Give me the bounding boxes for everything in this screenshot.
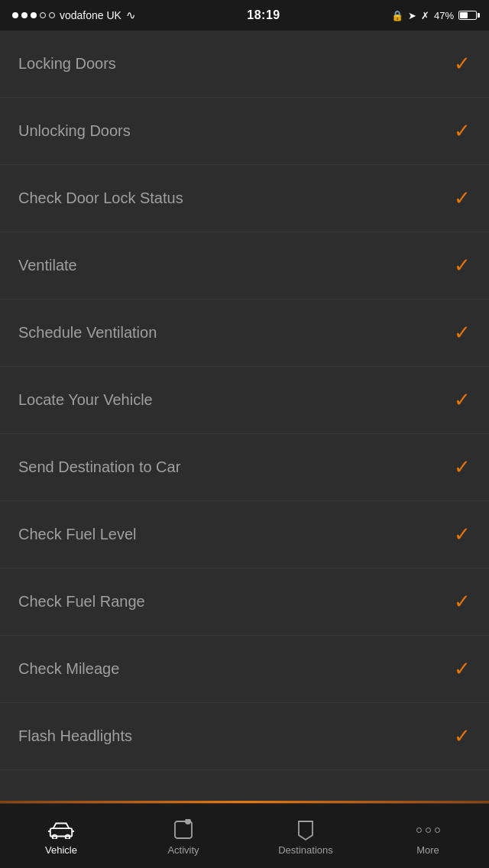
feature-list: Locking Doors✓Unlocking Doors✓Check Door… (0, 31, 489, 770)
feature-check-check-mileage: ✓ (454, 657, 471, 681)
feature-label-flash-headlights: Flash Headlights (18, 727, 132, 745)
feature-item-schedule-ventilation[interactable]: Schedule Ventilation✓ (0, 300, 489, 367)
activity-icon (170, 818, 197, 841)
signal-dot-2 (21, 12, 28, 18)
tab-destinations-label: Destinations (278, 844, 333, 856)
tab-destinations[interactable]: Destinations (244, 804, 367, 868)
feature-check-send-destination: ✓ (454, 455, 471, 479)
tab-vehicle-label: Vehicle (45, 844, 77, 856)
feature-label-check-fuel-level: Check Fuel Level (18, 526, 137, 543)
signal-dot-4 (40, 12, 46, 18)
feature-item-check-door-lock[interactable]: Check Door Lock Status✓ (0, 165, 489, 232)
lock-icon: 🔒 (391, 10, 403, 21)
feature-check-unlocking-doors: ✓ (454, 119, 471, 143)
feature-label-unlocking-doors: Unlocking Doors (18, 122, 131, 140)
feature-item-ventilate[interactable]: Ventilate✓ (0, 232, 489, 300)
status-bar: vodafone UK ∿ 18:19 🔒 ➤ ✗ 47% (0, 0, 489, 31)
more-dot-1 (416, 828, 422, 833)
content-area: Locking Doors✓Unlocking Doors✓Check Door… (0, 31, 489, 801)
tab-bar: Vehicle Activity Destinations More (0, 803, 489, 868)
feature-check-locate-vehicle: ✓ (454, 388, 471, 412)
tab-vehicle[interactable]: Vehicle (0, 804, 122, 868)
feature-label-send-destination: Send Destination to Car (18, 458, 180, 476)
feature-item-send-destination[interactable]: Send Destination to Car✓ (0, 434, 489, 501)
battery-percent: 47% (434, 10, 454, 21)
feature-item-flash-headlights[interactable]: Flash Headlights✓ (0, 703, 489, 770)
feature-item-locate-vehicle[interactable]: Locate Your Vehicle✓ (0, 367, 489, 434)
feature-check-schedule-ventilation: ✓ (454, 321, 471, 345)
signal-dot-5 (49, 12, 55, 18)
feature-check-ventilate: ✓ (454, 254, 471, 277)
feature-item-locking-doors[interactable]: Locking Doors✓ (0, 31, 489, 98)
feature-label-check-fuel-range: Check Fuel Range (18, 593, 145, 611)
vehicle-icon (47, 818, 75, 841)
destinations-icon (292, 818, 319, 841)
tab-more[interactable]: More (367, 804, 489, 868)
feature-check-flash-headlights: ✓ (454, 724, 471, 748)
wifi-icon: ∿ (126, 8, 136, 22)
feature-check-locking-doors: ✓ (454, 52, 471, 76)
battery-icon (458, 11, 477, 20)
feature-item-check-fuel-level[interactable]: Check Fuel Level✓ (0, 501, 489, 568)
status-right: 🔒 ➤ ✗ 47% (391, 10, 477, 21)
status-left: vodafone UK ∿ (12, 8, 136, 22)
feature-check-check-fuel-range: ✓ (454, 590, 471, 614)
tab-more-label: More (416, 844, 439, 856)
battery-fill (460, 12, 468, 18)
svg-point-6 (185, 819, 191, 824)
feature-check-check-door-lock: ✓ (454, 186, 471, 210)
more-dot-2 (426, 828, 431, 833)
feature-item-unlocking-doors[interactable]: Unlocking Doors✓ (0, 98, 489, 165)
feature-label-check-mileage: Check Mileage (18, 660, 119, 678)
feature-label-locking-doors: Locking Doors (18, 55, 116, 73)
feature-label-schedule-ventilation: Schedule Ventilation (18, 324, 157, 342)
tab-activity[interactable]: Activity (122, 804, 244, 868)
signal-dot-3 (31, 12, 37, 18)
more-icon (414, 818, 442, 841)
location-icon: ➤ (408, 10, 416, 21)
feature-check-check-fuel-level: ✓ (454, 523, 471, 546)
feature-item-check-fuel-range[interactable]: Check Fuel Range✓ (0, 568, 489, 636)
signal-dots (12, 12, 55, 18)
signal-dot-1 (12, 12, 18, 18)
bluetooth-icon: ✗ (421, 10, 429, 21)
feature-label-check-door-lock: Check Door Lock Status (18, 189, 183, 207)
status-time: 18:19 (247, 8, 280, 22)
feature-label-ventilate: Ventilate (18, 257, 77, 274)
feature-item-check-mileage[interactable]: Check Mileage✓ (0, 636, 489, 703)
tab-activity-label: Activity (167, 844, 199, 856)
more-dot-3 (435, 828, 440, 833)
feature-label-locate-vehicle: Locate Your Vehicle (18, 391, 153, 409)
carrier-label: vodafone UK (60, 9, 121, 21)
